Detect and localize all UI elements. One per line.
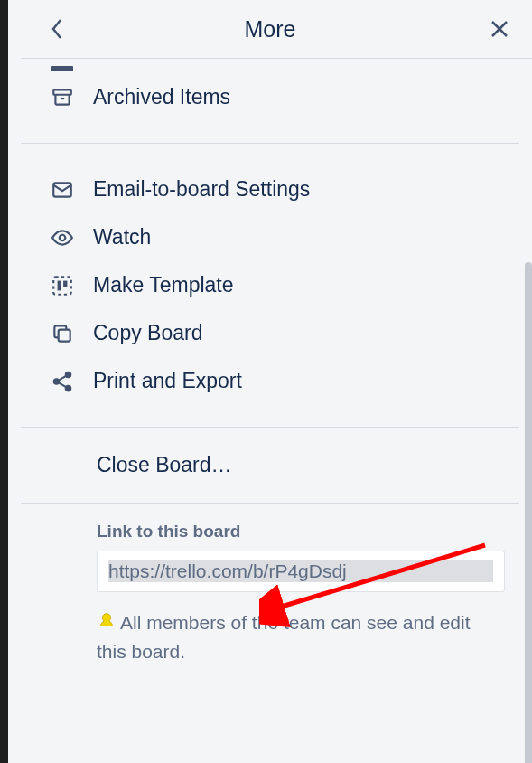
svg-line-14	[59, 375, 66, 380]
svg-point-13	[66, 385, 70, 390]
menu-make-template[interactable]: Make Template	[8, 261, 532, 309]
partial-prev-item	[48, 62, 532, 73]
team-visible-icon	[97, 611, 117, 631]
more-panel: More Archived Items	[8, 0, 532, 763]
svg-rect-10	[59, 329, 70, 341]
left-app-strip	[0, 0, 8, 763]
panel-title: More	[245, 16, 296, 42]
menu-label: Archived Items	[93, 85, 230, 109]
svg-rect-9	[63, 280, 67, 287]
link-input-wrap[interactable]	[97, 551, 505, 592]
scrollbar-thumb[interactable]	[525, 262, 532, 763]
link-visibility-text: All members of the team can see and edit…	[97, 612, 471, 662]
svg-point-12	[54, 379, 59, 383]
svg-line-15	[59, 382, 66, 387]
svg-point-11	[66, 372, 70, 376]
menu-label: Make Template	[93, 273, 234, 297]
menu-label: Close Board…	[97, 453, 232, 476]
menu-copy-board[interactable]: Copy Board	[8, 309, 532, 357]
eye-icon	[48, 226, 77, 250]
chevron-left-icon	[51, 18, 63, 40]
menu-print-export[interactable]: Print and Export	[8, 357, 532, 405]
menu-close-board[interactable]: Close Board…	[8, 428, 532, 503]
menu-label: Watch	[93, 225, 151, 250]
menu-label: Print and Export	[93, 369, 242, 393]
menu-label: Copy Board	[93, 321, 202, 345]
back-button[interactable]	[41, 13, 73, 45]
menu-label: Email-to-board Settings	[93, 177, 310, 202]
link-url-input[interactable]	[108, 560, 493, 582]
menu-group-top: Archived Items	[8, 73, 532, 121]
menu-group-actions: Email-to-board Settings Watch Make Templ…	[8, 165, 532, 405]
share-icon	[48, 370, 77, 393]
menu-email-settings[interactable]: Email-to-board Settings	[8, 165, 532, 213]
archive-icon	[48, 86, 77, 109]
svg-rect-7	[53, 277, 71, 295]
link-visibility-note: All members of the team can see and edit…	[97, 608, 505, 665]
svg-point-6	[60, 234, 66, 240]
template-icon	[48, 274, 77, 297]
close-panel-button[interactable]	[483, 13, 516, 45]
copy-icon	[48, 322, 77, 345]
svg-rect-2	[51, 66, 73, 71]
svg-rect-3	[53, 89, 71, 94]
scrollbar-track[interactable]	[525, 63, 532, 750]
close-icon	[490, 19, 509, 39]
menu-archived-items[interactable]: Archived Items	[8, 73, 532, 121]
menu-watch[interactable]: Watch	[8, 213, 532, 261]
link-label: Link to this board	[97, 522, 505, 542]
link-section: Link to this board All members of the te…	[8, 504, 532, 665]
svg-rect-8	[58, 280, 61, 290]
panel-header: More	[8, 0, 532, 58]
divider	[21, 58, 532, 59]
mail-icon	[48, 178, 77, 202]
